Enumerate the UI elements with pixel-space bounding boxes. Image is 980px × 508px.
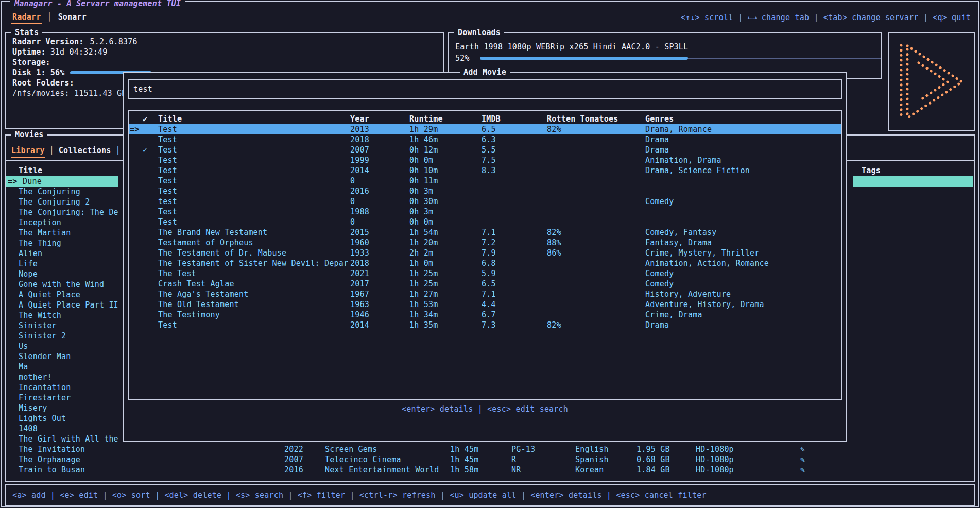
result-year: 1988 (350, 207, 369, 217)
result-runtime: 1h 53m (409, 299, 438, 310)
result-genres: Drama, Romance (645, 124, 712, 134)
version-value: 5.2.6.8376 (90, 37, 137, 47)
movie-language: Spanish (575, 454, 609, 465)
result-title: Test (158, 145, 177, 155)
result-row[interactable]: The Aga's Testament 1967 1h 27m 7.1 Hist… (129, 289, 841, 299)
selection-marker: => (8, 176, 17, 187)
movie-title: A Quiet Place Part II (19, 300, 118, 310)
add-movie-modal: Add Movie ✔ Title Year Runtime IMDB Rott… (123, 72, 847, 442)
result-row[interactable]: Test 2018 1h 46m 6.3 Drama (129, 134, 841, 145)
bottom-keybindings-help: <a> add | <e> edit | <o> sort | <del> de… (6, 490, 707, 500)
result-genres: Comedy (645, 268, 674, 279)
movie-row[interactable]: The Invitation 2022 Screen Gems 1h 45m P… (6, 444, 974, 454)
result-runtime: 1h 46m (409, 134, 438, 145)
movie-row[interactable]: The Orphanage 2007 Telecinco Cinema 1h 4… (6, 454, 974, 465)
result-genres: Drama (645, 145, 669, 155)
bottom-keybindings-bar: <a> add | <e> edit | <o> sort | <del> de… (5, 484, 975, 506)
movie-title: Sinister 2 (19, 331, 66, 341)
search-results-table: ✔ Title Year Runtime IMDB Rotten Tomatoe… (128, 110, 842, 400)
added-check-icon: ✓ (143, 145, 147, 155)
result-row[interactable]: Test 2014 0h 10m 8.3 Drama, Science Fict… (129, 165, 841, 176)
result-row[interactable]: Crash Test Aglae 2017 1h 25m 6.5 Comedy (129, 279, 841, 289)
servarr-tabs: Radarr│Sonarr (11, 11, 88, 24)
tab-sonarr[interactable]: Sonarr (57, 11, 88, 23)
result-title: Test (158, 217, 177, 227)
result-title: Test (158, 155, 177, 165)
tab-library[interactable]: Library (11, 145, 45, 158)
result-year: 0 (350, 176, 355, 186)
result-row[interactable]: Testament of Orpheus 1960 1h 20m 7.2 88%… (129, 238, 841, 248)
top-keybindings-help: <↑↓> scroll | ←→ change tab | <tab> chan… (681, 12, 971, 23)
result-imdb-rating: 7.2 (482, 238, 496, 248)
movie-year: 2022 (284, 444, 303, 454)
tab-radarr[interactable]: Radarr (11, 11, 42, 24)
movie-title: Sinister (19, 320, 57, 331)
disk-label: Disk 1: 56% (12, 67, 65, 78)
movie-row[interactable]: Train to Busan 2016 Next Entertainment W… (6, 465, 974, 475)
result-imdb-rating: 7.9 (482, 248, 496, 258)
root-folders-label: Root Folders: (12, 78, 74, 88)
selection-marker: => (130, 124, 139, 134)
movie-title: Nope (19, 269, 38, 279)
results-column-imdb: IMDB (482, 114, 501, 124)
result-row[interactable]: The Test 2021 1h 25m 5.9 Comedy (129, 268, 841, 279)
version-label: Radarr Version: (12, 37, 83, 47)
result-row[interactable]: The Old Testament 1963 1h 53m 4.4 Advent… (129, 299, 841, 310)
results-column-genres: Genres (645, 114, 674, 124)
result-row[interactable]: The Testimony 1946 1h 34m 6.7 Crime, Dra… (129, 310, 841, 320)
result-year: 2018 (350, 258, 369, 268)
result-title: Crash Test Aglae (158, 279, 234, 289)
modal-keybindings-help: <enter> details | <esc> edit search (124, 404, 846, 414)
result-row[interactable]: The Testament of Dr. Mabuse 1933 2h 2m 7… (129, 248, 841, 258)
movie-title: The Conjuring: The De (19, 207, 118, 217)
tab-separator: │ (47, 12, 51, 22)
results-column-runtime: Runtime (409, 114, 443, 124)
movie-title: The Girl with All the (19, 434, 118, 444)
result-title: The Brand New Testament (158, 227, 267, 238)
movie-title: The Martian (19, 228, 71, 238)
result-genres: Comedy (645, 196, 674, 207)
result-genres: Crime, Drama (645, 310, 702, 320)
result-year: 2015 (350, 227, 369, 238)
uptime-value: 31d 04:32:49 (50, 47, 108, 57)
tab-collections[interactable]: Collections (59, 145, 111, 157)
movie-studio: Next Entertainment World (325, 465, 439, 475)
result-title: test (158, 196, 177, 207)
movie-title: Dune (23, 176, 42, 187)
result-row[interactable]: test 0 0h 30m Comedy (129, 196, 841, 207)
result-genres: Animation, Drama (645, 155, 721, 165)
result-row[interactable]: Test 0 0h 0m (129, 217, 841, 227)
result-row[interactable]: Test 2016 0h 3m (129, 186, 841, 196)
result-row[interactable]: Test 1988 0h 3m (129, 207, 841, 217)
result-genres: History, Adventure (645, 289, 731, 299)
movie-size: 1.95 GB (637, 444, 670, 454)
result-imdb-rating: 6.5 (482, 279, 496, 289)
movie-title: Train to Busan (19, 465, 85, 475)
result-runtime: 0h 3m (409, 186, 433, 196)
movie-title: Us (19, 341, 28, 351)
result-row[interactable]: ✓ Test 2007 0h 12m 5.5 Drama (129, 145, 841, 155)
result-row[interactable]: => Test 2013 1h 29m 6.5 82% Drama, Roman… (129, 124, 841, 134)
edit-icon: ✎ (800, 444, 805, 454)
movie-title: The Conjuring 2 (19, 197, 90, 207)
movie-language: Korean (575, 465, 604, 475)
result-rotten-tomatoes: 82% (547, 320, 561, 330)
result-row[interactable]: Test 0 0h 11m (129, 176, 841, 186)
result-year: 2017 (350, 279, 369, 289)
result-genres: Drama (645, 134, 669, 145)
movie-title: Slender Man (19, 351, 71, 362)
uptime-label: Uptime: (12, 47, 46, 57)
result-title: The Aga's Testament (158, 289, 248, 299)
movie-title: mother! (19, 372, 52, 382)
download-item-title: Earth 1998 1080p WEBRip x265 Hindi AAC2.… (455, 42, 881, 52)
result-year: 1946 (350, 310, 369, 320)
result-year: 2021 (350, 268, 369, 279)
result-row[interactable]: The Brand New Testament 2015 1h 54m 7.1 … (129, 227, 841, 238)
result-row[interactable]: Test 2014 1h 35m 7.3 82% Drama (129, 320, 841, 330)
result-row[interactable]: Test 1999 0h 0m 7.5 Animation, Drama (129, 155, 841, 165)
result-title: The Testimony (158, 310, 220, 320)
movie-certification: R (511, 454, 516, 465)
add-movie-search-input[interactable] (129, 80, 841, 98)
result-row[interactable]: The Testament of Sister New Devil: Depar… (129, 258, 841, 268)
movie-quality: HD-1080p (696, 454, 734, 465)
